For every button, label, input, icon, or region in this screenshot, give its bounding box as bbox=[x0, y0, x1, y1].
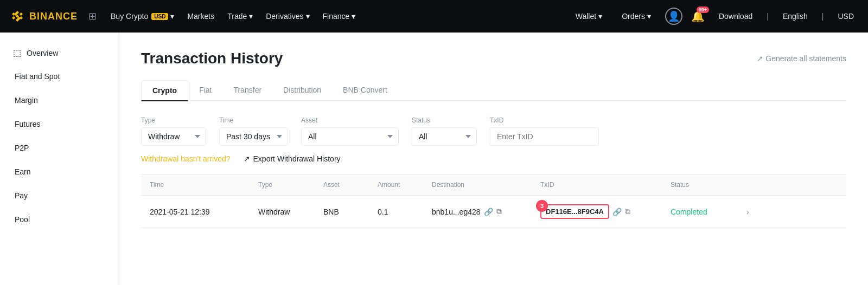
sidebar-item-overview[interactable]: ⬚ Overview bbox=[0, 41, 119, 64]
tab-crypto[interactable]: Crypto bbox=[141, 80, 188, 101]
time-filter-label: Time bbox=[219, 116, 288, 124]
cell-type: Withdraw bbox=[250, 199, 315, 225]
row-expand-icon[interactable]: › bbox=[746, 208, 749, 216]
col-asset: Asset bbox=[315, 174, 369, 195]
nav-wallet[interactable]: Wallet ▾ bbox=[570, 9, 608, 24]
binance-logo-icon bbox=[9, 8, 26, 25]
generate-statements-link[interactable]: ↗ Generate all statements bbox=[757, 54, 846, 63]
table-header: Time Type Asset Amount Destination TxID … bbox=[141, 174, 846, 196]
col-time: Time bbox=[141, 174, 250, 195]
type-filter-label: Type bbox=[141, 116, 206, 124]
col-amount: Amount bbox=[369, 174, 423, 195]
col-txid: TxID bbox=[532, 174, 662, 195]
txid-input[interactable] bbox=[490, 127, 599, 146]
filter-status: Status All Completed Pending bbox=[412, 116, 477, 146]
txid-wrapper-container: 3 DF116E...8F9C4A 🔗 ⧉ bbox=[540, 204, 653, 219]
export-icon: ↗ bbox=[244, 154, 250, 163]
tab-distribution-label: Distribution bbox=[283, 86, 321, 94]
cell-status: Completed bbox=[662, 199, 738, 225]
asset-filter-label: Asset bbox=[301, 116, 399, 124]
buy-crypto-label: Buy Crypto bbox=[111, 12, 148, 21]
sidebar-item-futures[interactable]: Futures bbox=[0, 112, 119, 136]
tab-distribution[interactable]: Distribution bbox=[272, 80, 332, 101]
notifications[interactable]: 🔔 99+ bbox=[691, 10, 705, 23]
tab-bnb-convert[interactable]: BNB Convert bbox=[332, 80, 398, 101]
withdrawal-link[interactable]: Withdrawal hasn't arrived? bbox=[141, 154, 231, 163]
txid-copy-icon[interactable]: ⧉ bbox=[625, 207, 630, 216]
nav-currency[interactable]: USD bbox=[832, 9, 859, 24]
navbar: BINANCE ⊞ Buy Crypto USD ▾ Markets Trade… bbox=[0, 0, 868, 33]
time-select[interactable]: Past 30 days Past 90 days Past 1 year bbox=[219, 127, 288, 146]
destination-link-icon[interactable]: 🔗 bbox=[484, 208, 493, 216]
txid-filter-label: TxID bbox=[490, 116, 599, 124]
page-title: Transaction History bbox=[141, 50, 283, 67]
cell-destination: bnb1u...eg428 🔗 ⧉ bbox=[423, 198, 532, 225]
sidebar-overview-label: Overview bbox=[27, 49, 58, 57]
grid-icon[interactable]: ⊞ bbox=[88, 10, 97, 22]
row-destination: bnb1u...eg428 bbox=[432, 208, 481, 216]
row-time: 2021-05-21 12:39 bbox=[150, 208, 210, 216]
type-select[interactable]: Withdraw Deposit bbox=[141, 127, 206, 146]
logo-text: BINANCE bbox=[29, 11, 78, 22]
orders-label: Orders bbox=[622, 12, 645, 21]
sidebar-item-pool[interactable]: Pool bbox=[0, 208, 119, 231]
destination-copy-icon[interactable]: ⧉ bbox=[496, 207, 502, 216]
export-label: Export Withdrawal History bbox=[253, 154, 341, 163]
finance-label: Finance bbox=[323, 12, 350, 21]
nav-derivatives[interactable]: Derivatives ▾ bbox=[260, 9, 315, 24]
transaction-table: Time Type Asset Amount Destination TxID … bbox=[141, 174, 846, 228]
cell-chevron[interactable]: › bbox=[738, 199, 760, 225]
logo[interactable]: BINANCE bbox=[9, 8, 78, 25]
status-select[interactable]: All Completed Pending bbox=[412, 127, 477, 146]
tab-transfer[interactable]: Transfer bbox=[222, 80, 272, 101]
sidebar-item-pay[interactable]: Pay bbox=[0, 184, 119, 208]
main-content: Transaction History ↗ Generate all state… bbox=[119, 33, 868, 285]
divider: | bbox=[767, 12, 769, 21]
tab-fiat-label: Fiat bbox=[199, 86, 212, 94]
divider2: | bbox=[822, 12, 824, 21]
nav-download[interactable]: Download bbox=[713, 9, 758, 24]
nav-trade[interactable]: Trade ▾ bbox=[222, 9, 258, 24]
navbar-right: Wallet ▾ Orders ▾ 👤 🔔 99+ Download | Eng… bbox=[570, 8, 859, 25]
filter-time: Time Past 30 days Past 90 days Past 1 ye… bbox=[219, 116, 288, 146]
nav-language[interactable]: English bbox=[777, 9, 813, 24]
orders-chevron: ▾ bbox=[647, 12, 651, 21]
sidebar-item-margin[interactable]: Margin bbox=[0, 88, 119, 112]
sidebar-label-pay: Pay bbox=[15, 191, 28, 200]
tab-transfer-label: Transfer bbox=[233, 86, 261, 94]
sidebar-label-pool: Pool bbox=[15, 215, 30, 224]
notification-badge: 99+ bbox=[697, 7, 709, 13]
export-link[interactable]: ↗ Export Withdrawal History bbox=[244, 154, 341, 163]
txid-highlighted-wrapper: 3 DF116E...8F9C4A bbox=[540, 204, 609, 219]
nav-buy-crypto[interactable]: Buy Crypto USD ▾ bbox=[105, 9, 180, 24]
txid-link-icon[interactable]: 🔗 bbox=[612, 208, 622, 216]
col-type: Type bbox=[250, 174, 315, 195]
cell-txid: 3 DF116E...8F9C4A 🔗 ⧉ bbox=[532, 196, 662, 228]
nav-finance[interactable]: Finance ▾ bbox=[317, 9, 361, 24]
row-status: Completed bbox=[671, 208, 707, 216]
nav-menu: Buy Crypto USD ▾ Markets Trade ▾ Derivat… bbox=[105, 9, 566, 24]
avatar-icon: 👤 bbox=[668, 10, 680, 22]
external-link-icon: ↗ bbox=[757, 54, 763, 63]
tab-fiat[interactable]: Fiat bbox=[188, 80, 222, 101]
markets-label: Markets bbox=[187, 12, 214, 21]
tab-bnb-convert-label: BNB Convert bbox=[343, 86, 387, 94]
sidebar-item-earn[interactable]: Earn bbox=[0, 160, 119, 184]
row-amount: 0.1 bbox=[378, 208, 388, 216]
filter-txid: TxID bbox=[490, 116, 599, 146]
usd-badge: USD bbox=[151, 13, 168, 20]
nav-markets[interactable]: Markets bbox=[182, 9, 220, 24]
sidebar-label-p2p: P2P bbox=[15, 144, 29, 152]
cell-amount: 0.1 bbox=[369, 199, 423, 225]
sidebar-label-earn: Earn bbox=[15, 167, 31, 176]
sidebar: ⬚ Overview Fiat and Spot Margin Futures … bbox=[0, 33, 119, 285]
col-destination: Destination bbox=[423, 174, 532, 195]
filters: Type Withdraw Deposit Time Past 30 days … bbox=[141, 116, 846, 146]
wallet-chevron: ▾ bbox=[598, 12, 602, 21]
asset-select[interactable]: All BNB BTC bbox=[301, 127, 399, 146]
sidebar-item-p2p[interactable]: P2P bbox=[0, 136, 119, 160]
step-badge: 3 bbox=[536, 200, 548, 212]
nav-orders[interactable]: Orders ▾ bbox=[616, 9, 656, 24]
sidebar-item-fiat-and-spot[interactable]: Fiat and Spot bbox=[0, 64, 119, 88]
user-avatar[interactable]: 👤 bbox=[665, 8, 682, 25]
